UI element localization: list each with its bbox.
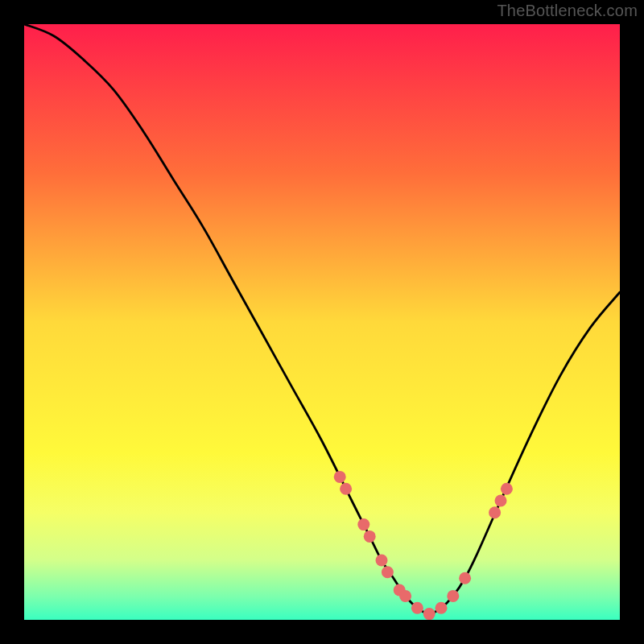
scatter-point	[357, 518, 369, 530]
watermark-text: TheBottleneck.com	[497, 2, 638, 20]
scatter-point	[495, 495, 507, 507]
gradient-background	[24, 24, 620, 620]
chart-frame: TheBottleneck.com	[0, 0, 644, 644]
scatter-point	[382, 566, 394, 578]
scatter-point	[411, 602, 423, 614]
chart-svg	[24, 24, 620, 620]
scatter-point	[334, 471, 346, 483]
scatter-point	[340, 483, 352, 495]
scatter-point	[423, 608, 436, 620]
scatter-point	[447, 590, 459, 602]
scatter-point	[489, 506, 501, 518]
scatter-point	[364, 530, 376, 543]
plot-area	[24, 24, 620, 620]
scatter-point	[501, 483, 513, 495]
scatter-point	[459, 572, 471, 584]
scatter-point	[436, 602, 448, 614]
scatter-point	[376, 555, 388, 567]
scatter-point	[399, 590, 411, 602]
